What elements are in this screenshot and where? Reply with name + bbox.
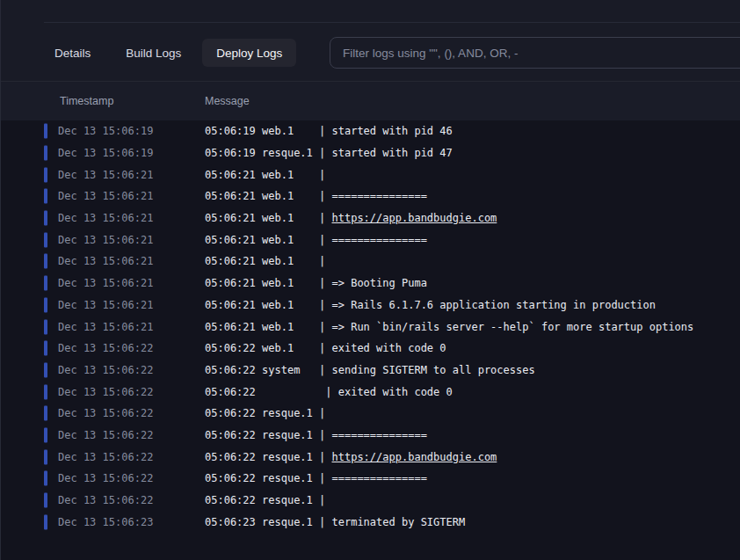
log-timestamp: Dec 13 15:06:21: [58, 190, 153, 202]
log-row: Dec 13 15:06:2205:06:22 system | sending…: [0, 360, 740, 382]
log-timestamp: Dec 13 15:06:19: [58, 147, 153, 159]
tab-details[interactable]: Details: [40, 39, 105, 67]
log-timestamp: Dec 13 15:06:22: [58, 451, 153, 463]
log-level-bar: [44, 189, 47, 204]
log-timestamp: Dec 13 15:06:21: [58, 169, 153, 181]
log-timestamp: Dec 13 15:06:23: [58, 516, 153, 528]
log-table-header: Timestamp Message: [0, 81, 740, 120]
log-row: Dec 13 15:06:2305:06:23 resque.1 | termi…: [0, 511, 740, 533]
log-level-bar: [44, 514, 47, 529]
tabs: DetailsBuild LogsDeploy Logs: [40, 39, 296, 67]
log-level-bar: [44, 384, 47, 399]
log-timestamp: Dec 13 15:06:21: [58, 321, 153, 333]
log-filter-input[interactable]: [330, 37, 740, 69]
log-message: 05:06:21 web.1 |: [205, 255, 325, 267]
log-message: 05:06:22 resque.1 |: [205, 494, 325, 506]
log-message: 05:06:21 web.1 | ===============: [205, 190, 427, 202]
log-message: 05:06:21 web.1 |: [205, 169, 325, 181]
log-timestamp: Dec 13 15:06:22: [58, 429, 153, 441]
log-row: Dec 13 15:06:2105:06:21 web.1 | ========…: [0, 185, 740, 207]
log-message: 05:06:21 web.1 | https://app.bandbudgie.…: [205, 212, 497, 224]
log-level-bar: [44, 493, 47, 508]
log-timestamp: Dec 13 15:06:21: [58, 234, 153, 246]
log-row: Dec 13 15:06:2205:06:22 resque.1 | https…: [0, 446, 740, 468]
log-timestamp: Dec 13 15:06:22: [58, 407, 153, 419]
log-row: Dec 13 15:06:2205:06:22 resque.1 | =====…: [0, 468, 740, 490]
log-row: Dec 13 15:06:2105:06:21 web.1 |: [0, 251, 740, 273]
tab-deploy-logs[interactable]: Deploy Logs: [202, 39, 296, 67]
log-timestamp: Dec 13 15:06:21: [58, 212, 153, 224]
log-message: 05:06:22 web.1 | exited with code 0: [205, 342, 446, 354]
log-message: 05:06:22 system | sending SIGTERM to all…: [205, 364, 535, 376]
log-level-bar: [44, 319, 47, 334]
log-message: 05:06:22 | exited with code 0: [205, 386, 453, 398]
log-rows: Dec 13 15:06:1905:06:19 web.1 | started …: [0, 120, 740, 560]
log-level-bar: [44, 167, 47, 182]
log-message: 05:06:21 web.1 | => Booting Puma: [205, 277, 427, 289]
log-timestamp: Dec 13 15:06:21: [58, 299, 153, 311]
log-level-bar: [44, 297, 47, 312]
column-header-message: Message: [205, 95, 250, 107]
log-level-bar: [44, 362, 47, 377]
log-timestamp: Dec 13 15:06:21: [58, 255, 153, 267]
log-row: Dec 13 15:06:2105:06:21 web.1 | https://…: [0, 207, 740, 229]
log-message: 05:06:19 resque.1 | started with pid 47: [205, 147, 453, 159]
log-timestamp: Dec 13 15:06:22: [58, 364, 153, 376]
log-timestamp: Dec 13 15:06:22: [58, 342, 153, 354]
log-row: Dec 13 15:06:2205:06:22 resque.1 |: [0, 490, 740, 512]
log-row: Dec 13 15:06:2205:06:22 resque.1 |: [0, 403, 740, 425]
log-timestamp: Dec 13 15:06:22: [58, 386, 153, 398]
log-level-bar: [44, 341, 47, 356]
log-row: Dec 13 15:06:1905:06:19 web.1 | started …: [0, 120, 740, 142]
log-timestamp: Dec 13 15:06:22: [58, 494, 153, 506]
column-header-timestamp: Timestamp: [60, 95, 113, 107]
log-message: 05:06:22 resque.1 | ===============: [205, 429, 427, 441]
log-level-bar: [44, 427, 47, 442]
log-row: Dec 13 15:06:2105:06:21 web.1 | ========…: [0, 229, 740, 251]
log-message: 05:06:23 resque.1 | terminated by SIGTER…: [205, 516, 465, 528]
log-row: Dec 13 15:06:2105:06:21 web.1 | => Run `…: [0, 316, 740, 338]
log-row: Dec 13 15:06:2105:06:21 web.1 | => Rails…: [0, 295, 740, 316]
deploy-logs-panel: DetailsBuild LogsDeploy Logs Timestamp M…: [0, 0, 740, 560]
log-row: Dec 13 15:06:2105:06:21 web.1 | => Booti…: [0, 273, 740, 295]
log-row: Dec 13 15:06:1905:06:19 resque.1 | start…: [0, 142, 740, 164]
log-row: Dec 13 15:06:2205:06:22 resque.1 | =====…: [0, 425, 740, 447]
panel-left-border: [0, 0, 1, 560]
log-message: 05:06:21 web.1 | ===============: [205, 234, 427, 246]
log-timestamp: Dec 13 15:06:21: [58, 277, 153, 289]
log-timestamp: Dec 13 15:06:22: [58, 472, 153, 484]
topbar: DetailsBuild LogsDeploy Logs: [0, 0, 740, 81]
log-level-bar: [44, 211, 47, 226]
log-level-bar: [44, 449, 47, 464]
log-row: Dec 13 15:06:2205:06:22 web.1 | exited w…: [0, 338, 740, 360]
log-message: 05:06:22 resque.1 | https://app.bandbudg…: [205, 451, 497, 463]
log-message: 05:06:22 resque.1 | ===============: [205, 472, 427, 484]
tab-build-logs[interactable]: Build Logs: [112, 39, 195, 67]
log-row: Dec 13 15:06:2105:06:21 web.1 |: [0, 164, 740, 185]
log-link[interactable]: https://app.bandbudgie.com: [332, 451, 497, 463]
log-level-bar: [44, 146, 47, 161]
log-message: 05:06:22 resque.1 |: [205, 407, 325, 419]
topbar-divider: [44, 22, 740, 23]
log-level-bar: [44, 232, 47, 247]
log-level-bar: [44, 406, 47, 421]
log-message: 05:06:21 web.1 | => Rails 6.1.7.6 applic…: [205, 299, 656, 311]
log-level-bar: [44, 471, 47, 486]
log-link[interactable]: https://app.bandbudgie.com: [332, 212, 497, 224]
log-message: 05:06:21 web.1 | => Run `bin/rails serve…: [205, 321, 693, 333]
log-row: Dec 13 15:06:2205:06:22 | exited with co…: [0, 381, 740, 403]
log-level-bar: [44, 124, 47, 139]
log-timestamp: Dec 13 15:06:19: [58, 125, 153, 137]
log-level-bar: [44, 254, 47, 269]
log-level-bar: [44, 276, 47, 291]
log-message: 05:06:19 web.1 | started with pid 46: [205, 125, 453, 137]
